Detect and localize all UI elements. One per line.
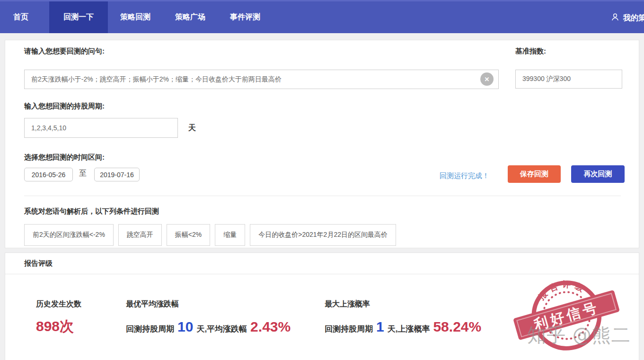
stat-change-value: 2.43% (250, 319, 291, 335)
holding-period-label: 输入您想回测的持股周期: (24, 102, 105, 111)
condition-tag[interactable]: 缩量 (215, 224, 245, 246)
benchmark-input[interactable] (515, 70, 622, 89)
conditions-label: 系统对您语句解析后，以下列条件进行回测 (24, 207, 159, 216)
question-input[interactable] (24, 70, 499, 89)
condition-tag[interactable]: 振幅<2% (167, 224, 210, 246)
stat-max-prob-line: 回测持股周期 1 天,上涨概率 58.24% (325, 319, 481, 335)
tab-event-eval[interactable]: 事件评测 (218, 1, 273, 33)
rerun-backtest-button[interactable]: 再次回测 (571, 165, 625, 183)
condition-tag[interactable]: 今日的收盘价>2021年2月22日的区间最高价 (250, 224, 396, 246)
time-range-label: 选择您想回测的时间区间: (24, 153, 105, 162)
save-backtest-button[interactable]: 保存回测 (508, 165, 561, 183)
period-unit-label: 天 (188, 123, 196, 133)
condition-tags: 前2天的区间涨跌幅<-2% 跳空高开 振幅<2% 缩量 今日的收盘价>2021年… (24, 224, 396, 246)
stat-period-number: 10 (177, 319, 193, 335)
holding-period-input[interactable] (24, 118, 178, 138)
stamp-arc-text: 报告评级 (534, 276, 590, 303)
start-date-input[interactable]: 2016-05-26 (24, 168, 73, 181)
stat-occurrences-label: 历史发生次数 (36, 299, 81, 309)
tab-home[interactable]: 首页 (2, 1, 40, 33)
end-date-input[interactable]: 2019-07-16 (94, 168, 140, 181)
my-strategies-link[interactable]: 我的策略 (610, 1, 644, 33)
tab-backtest[interactable]: 回测一下 (49, 1, 108, 33)
person-icon (610, 12, 620, 24)
top-nav: 首页 回测一下 策略回测 策略广场 事件评测 我的策略 (0, 0, 644, 33)
stat-prob-value: 58.24% (433, 319, 481, 335)
stat-prefix: 回测持股周期 (325, 324, 373, 334)
clear-input-icon[interactable]: ✕ (480, 72, 494, 86)
stat-period-number: 1 (376, 319, 384, 335)
stat-best-change-line: 回测持股周期 10 天,平均涨跌幅 2.43% (126, 319, 291, 335)
watermark: 知乎 @熊二 (527, 322, 631, 348)
status-text: 回测运行完成！ (440, 171, 489, 180)
stat-max-prob-label: 最大上涨概率 (325, 299, 370, 309)
benchmark-label: 基准指数: (515, 47, 546, 56)
tab-strategy-plaza[interactable]: 策略广场 (163, 1, 218, 33)
backtest-form-panel: 请输入您想要回测的问句: ✕ 基准指数: 输入您想回测的持股周期: 天 选择您想… (5, 40, 639, 248)
stat-prefix: 回测持股周期 (126, 324, 174, 334)
divider (24, 196, 621, 196)
question-label: 请输入您想要回测的问句: (24, 47, 105, 56)
stat-mid: 天,上涨概率 (388, 324, 430, 334)
condition-tag[interactable]: 前2天的区间涨跌幅<-2% (24, 224, 114, 246)
stat-occurrences-value: 898次 (36, 317, 74, 336)
stat-best-change-label: 最优平均涨跌幅 (126, 299, 179, 309)
report-rating-panel: 报告评级 历史发生次数 898次 最优平均涨跌幅 回测持股周期 10 天,平均涨… (5, 252, 639, 360)
report-title: 报告评级 (5, 253, 639, 274)
stat-mid: 天,平均涨跌幅 (196, 324, 247, 334)
tab-strategy-backtest[interactable]: 策略回测 (108, 1, 163, 33)
condition-tag[interactable]: 跳空高开 (118, 224, 162, 246)
date-separator: 至 (79, 169, 87, 179)
my-strategies-label: 我的策略 (623, 13, 644, 23)
